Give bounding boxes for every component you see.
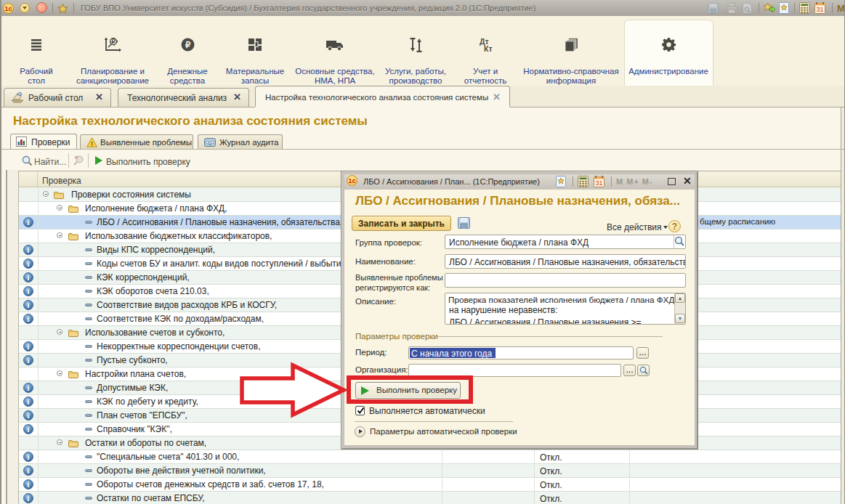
svg-text:31: 31 xyxy=(595,179,602,187)
svg-text:₽: ₽ xyxy=(185,41,191,49)
svg-text:₽: ₽ xyxy=(111,38,116,45)
svg-text:Кт: Кт xyxy=(484,44,493,52)
svg-text:!: ! xyxy=(91,140,93,147)
svg-text:31: 31 xyxy=(816,6,823,13)
